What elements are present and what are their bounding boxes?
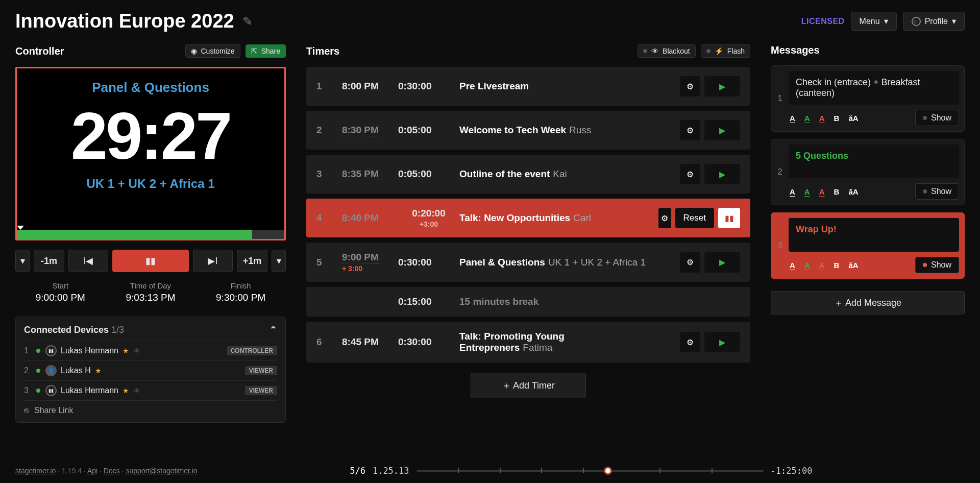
timer-row[interactable]: 59:00 PM+ 3:000:30:00Panel & QuestionsUK… xyxy=(306,243,750,282)
share-button[interactable]: ⇱ Share xyxy=(246,44,286,58)
fmt-bold[interactable]: B xyxy=(833,187,841,196)
gear-icon: ⚙ xyxy=(687,170,694,179)
timer-play-button[interactable]: ▶ xyxy=(704,252,740,273)
device-name-label: Lukas H xyxy=(61,366,91,375)
preview-title: Panel & Questions xyxy=(22,80,279,95)
timer-settings-button[interactable]: ⚙ xyxy=(680,120,700,140)
add-timer-button[interactable]: ＋ Add Timer xyxy=(471,373,586,398)
preview-subtitle: UK 1 + UK 2 + Africa 1 xyxy=(22,177,279,191)
timer-play-button[interactable]: ▶ xyxy=(704,164,740,184)
pause-button[interactable]: ▮▮ xyxy=(112,250,189,272)
footer-docs-link[interactable]: Docs xyxy=(104,467,120,475)
blackout-button[interactable]: 👁 Blackout xyxy=(638,44,696,58)
profile-button[interactable]: ⫼ Profile ▾ xyxy=(903,12,965,31)
plus-1m-button[interactable]: +1m xyxy=(237,250,267,272)
fmt-red[interactable]: A xyxy=(818,187,826,196)
fmt-white[interactable]: A xyxy=(789,114,796,123)
timer-speaker: Kai xyxy=(553,168,567,179)
preview-time: 29:27 xyxy=(22,100,279,173)
footer-email-link[interactable]: support@stagetimer.io xyxy=(126,467,197,475)
preview-progress xyxy=(17,230,284,239)
timer-row[interactable]: 68:45 PM0:30:00Talk: Promoting Young Ent… xyxy=(306,322,750,363)
timer-settings-button[interactable]: ⚙ xyxy=(680,252,700,273)
minus-1m-button[interactable]: -1m xyxy=(34,250,64,272)
finish-time: 9:30:00 PM xyxy=(216,292,265,303)
footer-site-link[interactable]: stagetimer.io xyxy=(15,467,56,475)
add-message-button[interactable]: ＋ Add Message xyxy=(771,291,965,315)
device-index: 1 xyxy=(24,346,31,355)
flash-button[interactable]: ⚡ Flash xyxy=(701,44,750,58)
minus-dropdown[interactable]: ▾ xyxy=(15,250,30,272)
fmt-case[interactable]: ăA xyxy=(847,187,859,196)
fmt-case[interactable]: ăA xyxy=(847,114,859,123)
timer-row[interactable]: 0:15:0015 minutes break xyxy=(306,287,750,317)
timer-settings-button[interactable]: ⚙ xyxy=(680,164,700,184)
slider-thumb[interactable] xyxy=(604,467,612,475)
message-show-button[interactable]: Show xyxy=(915,183,959,200)
timer-row[interactable]: 28:30 PM0:05:00Welcome to Tech WeekRuss⚙… xyxy=(306,111,750,150)
timeline-slider[interactable] xyxy=(416,470,764,472)
timer-start: 8:40 PM xyxy=(342,212,379,224)
fmt-green[interactable]: A xyxy=(803,261,811,270)
timer-speaker: Fatima xyxy=(523,342,552,353)
menu-button[interactable]: Menu ▾ xyxy=(851,12,897,31)
timer-start: 8:00 PM xyxy=(342,81,379,92)
device-name-label: Lukas Hermann xyxy=(61,386,118,395)
timer-row[interactable]: 18:00 PM0:30:00Pre Livestream⚙▶ xyxy=(306,67,750,106)
tod-label: Time of Day xyxy=(126,281,175,290)
devices-count: 1/3 xyxy=(111,325,124,335)
customize-button[interactable]: ◉ Customize xyxy=(185,44,240,58)
timer-start: 8:45 PM xyxy=(342,336,379,348)
timer-play-button[interactable]: ▶ xyxy=(704,76,740,96)
collapse-icon[interactable]: ⌃ xyxy=(270,324,277,335)
timer-pause-button[interactable]: ▮▮ xyxy=(718,208,740,228)
gear-icon: ⚙ xyxy=(687,257,694,267)
timer-title: Talk: New Opportunities xyxy=(459,212,570,223)
timer-reset-button[interactable]: Reset xyxy=(675,208,714,228)
timer-speaker: Carl xyxy=(573,212,591,223)
external-link-icon: ⎋ xyxy=(24,406,29,415)
gear-icon: ⚙ xyxy=(687,337,694,347)
prev-button[interactable]: I◀ xyxy=(68,250,108,272)
timer-play-button[interactable]: ▶ xyxy=(704,120,740,140)
device-row[interactable]: 2👤Lukas H★VIEWER xyxy=(24,360,277,380)
fmt-white[interactable]: A xyxy=(789,187,796,196)
footer-api-link[interactable]: Api xyxy=(87,467,97,475)
pause-icon: ▮▮ xyxy=(45,385,57,396)
eye-icon: ◉ xyxy=(191,47,197,55)
fmt-bold[interactable]: B xyxy=(833,261,841,270)
fmt-white[interactable]: A xyxy=(789,261,796,270)
message-show-button[interactable]: Show xyxy=(915,110,959,126)
timer-duration: 0:15:00 xyxy=(398,296,432,307)
pause-icon: ▮▮ xyxy=(145,255,156,267)
fmt-green[interactable]: A xyxy=(803,187,811,196)
device-index: 3 xyxy=(24,386,31,395)
fmt-case[interactable]: ăA xyxy=(847,261,859,270)
share-link-row[interactable]: ⎋ Share Link xyxy=(24,400,277,415)
message-text[interactable]: Check in (entrace) + Breakfast (canteen) xyxy=(789,71,959,105)
fmt-red[interactable]: A xyxy=(818,114,826,123)
timer-settings-button[interactable]: ⚙ xyxy=(658,208,671,228)
devices-title: Connected Devices xyxy=(24,325,109,335)
timers-section-title: Timers xyxy=(306,45,339,57)
device-role-badge: CONTROLLER xyxy=(227,346,277,355)
fmt-green[interactable]: A xyxy=(803,114,811,123)
device-row[interactable]: 3▮▮Lukas Hermann★♔VIEWER xyxy=(24,380,277,400)
timer-row[interactable]: 38:35 PM0:05:00Outline of the eventKai⚙▶ xyxy=(306,155,750,194)
timer-settings-button[interactable]: ⚙ xyxy=(680,332,700,352)
message-text[interactable]: Wrap Up! xyxy=(789,218,959,252)
fmt-bold[interactable]: B xyxy=(833,114,841,123)
message-text[interactable]: 5 Questions xyxy=(789,144,959,178)
timer-play-button[interactable]: ▶ xyxy=(704,332,740,352)
timer-index: 6 xyxy=(316,336,342,348)
timer-row[interactable]: 48:40 PM0:20:00+3:00Talk: New Opportunit… xyxy=(306,199,750,237)
timer-settings-button[interactable]: ⚙ xyxy=(680,76,700,96)
pause-icon: ▮▮ xyxy=(45,345,57,356)
pause-icon: ▮▮ xyxy=(725,213,734,223)
edit-title-icon[interactable]: ✎ xyxy=(242,14,253,29)
message-show-button[interactable]: Show xyxy=(915,257,959,273)
device-row[interactable]: 1▮▮Lukas Hermann★♔CONTROLLER xyxy=(24,341,277,360)
fmt-red[interactable]: A xyxy=(818,261,826,270)
plus-dropdown[interactable]: ▾ xyxy=(272,250,286,272)
next-button[interactable]: ▶I xyxy=(193,250,233,272)
